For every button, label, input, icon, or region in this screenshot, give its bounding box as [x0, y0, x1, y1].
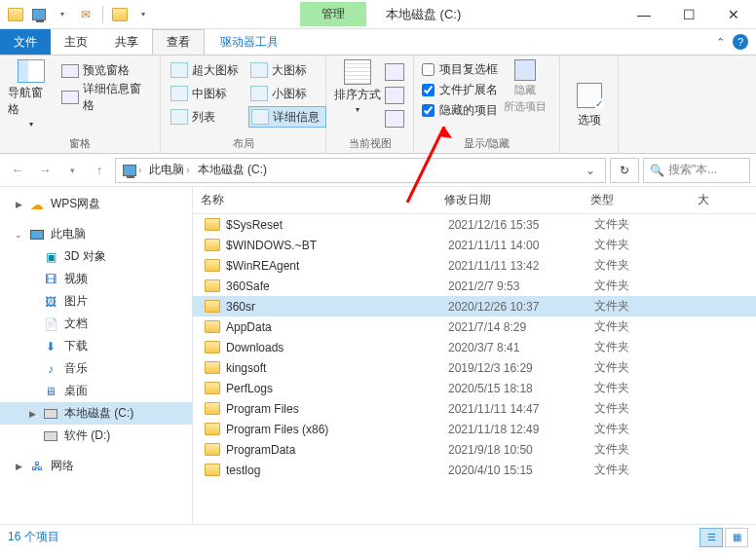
breadcrumb-drive-c[interactable]: 本地磁盘 (C:): [195, 162, 270, 178]
up-button[interactable]: ↑: [88, 159, 111, 182]
details-pane-button[interactable]: 详细信息窗格: [61, 80, 152, 115]
file-row[interactable]: $SysReset2021/12/16 15:35文件夹: [193, 214, 756, 235]
layout-details[interactable]: 详细信息: [248, 106, 326, 128]
minimize-button[interactable]: —: [622, 0, 666, 29]
forward-button[interactable]: →: [33, 159, 57, 182]
pc-icon: [29, 227, 45, 242]
expand-icon[interactable]: ▶: [27, 409, 37, 419]
tree-item-this-pc[interactable]: ⌄此电脑: [0, 223, 192, 245]
navigation-pane-button[interactable]: 导航窗格 ▾: [8, 59, 54, 129]
properties-icon[interactable]: ✉: [76, 5, 95, 24]
tree-item-pictures[interactable]: 🖼图片: [0, 290, 192, 313]
tab-file[interactable]: 文件: [0, 29, 51, 55]
group-by-button[interactable]: [385, 63, 404, 81]
file-row[interactable]: AppData2021/7/14 8:29文件夹: [193, 316, 756, 337]
tree-item-music[interactable]: ♪音乐: [0, 357, 192, 380]
help-icon[interactable]: ?: [733, 34, 748, 50]
checkbox-item-checkboxes[interactable]: 项目复选框: [422, 61, 498, 78]
tree-item-drive-c[interactable]: ▶本地磁盘 (C:): [0, 402, 192, 425]
file-date: 2021/9/18 10:50: [440, 443, 586, 457]
file-row[interactable]: Downloads2020/3/7 8:41文件夹: [193, 337, 756, 357]
file-row[interactable]: ProgramData2021/9/18 10:50文件夹: [193, 439, 756, 460]
file-row[interactable]: Program Files2021/11/11 14:47文件夹: [193, 398, 756, 419]
ribbon-tabs: 文件 主页 共享 查看 驱动器工具 ⌃ ?: [0, 29, 756, 55]
file-list[interactable]: $SysReset2021/12/16 15:35文件夹$WINDOWS.~BT…: [193, 214, 756, 524]
column-header-type[interactable]: 类型: [583, 192, 690, 208]
expand-icon[interactable]: ▶: [14, 200, 23, 209]
xl-icons-icon: [170, 62, 188, 78]
layout-large-icons[interactable]: 大图标: [248, 59, 326, 81]
tab-home[interactable]: 主页: [51, 29, 101, 55]
qat-dropdown-icon[interactable]: ▾: [53, 5, 72, 24]
back-button[interactable]: ←: [6, 159, 29, 182]
tree-item-network[interactable]: ▶🖧网络: [0, 455, 192, 477]
sort-by-button[interactable]: 排序方式 ▾: [334, 59, 381, 114]
hide-selected-button[interactable]: 隐藏 所选项目: [504, 59, 547, 119]
tree-item-drive-d[interactable]: 软件 (D:): [0, 425, 192, 447]
context-tab-manage[interactable]: 管理: [300, 2, 366, 26]
folder-icon: [6, 5, 25, 24]
checkbox-input[interactable]: [422, 84, 435, 96]
tab-view[interactable]: 查看: [152, 29, 205, 55]
refresh-button[interactable]: ↻: [610, 158, 639, 183]
file-type: 文件夹: [586, 237, 694, 253]
close-button[interactable]: ✕: [711, 0, 756, 29]
md-icons-icon: [170, 86, 188, 101]
file-row[interactable]: $WINDOWS.~BT2021/11/11 14:00文件夹: [193, 235, 756, 255]
folder-icon: [205, 341, 220, 353]
size-columns-button[interactable]: [385, 110, 404, 128]
layout-small-icons[interactable]: 小图标: [248, 83, 326, 104]
file-name: AppData: [226, 320, 272, 334]
tree-item-videos[interactable]: 🎞视频: [0, 268, 192, 290]
collapse-ribbon-icon[interactable]: ⌃: [716, 36, 725, 49]
tree-item-3d-objects[interactable]: ▣3D 对象: [0, 245, 192, 268]
column-header-date[interactable]: 修改日期: [436, 192, 583, 208]
column-header-name[interactable]: 名称: [193, 192, 436, 208]
details-view-toggle[interactable]: ☰: [699, 528, 723, 547]
monitor-icon[interactable]: [29, 5, 49, 24]
file-row[interactable]: testlog2020/4/10 15:15文件夹: [193, 460, 756, 480]
recent-locations-icon[interactable]: ▾: [60, 159, 84, 182]
open-folder-icon[interactable]: [110, 5, 130, 24]
checkbox-input[interactable]: [422, 63, 435, 76]
file-name: 360sr: [226, 300, 255, 314]
tab-drive-tools[interactable]: 驱动器工具: [207, 29, 292, 55]
checkbox-file-extensions[interactable]: 文件扩展名: [422, 82, 498, 98]
file-row[interactable]: $WinREAgent2021/11/11 13:42文件夹: [193, 255, 756, 276]
address-dropdown-icon[interactable]: ⌄: [580, 164, 601, 177]
layout-list[interactable]: 列表: [169, 106, 246, 128]
tree-item-wps[interactable]: ▶☁WPS网盘: [0, 193, 192, 215]
maximize-button[interactable]: ☐: [666, 0, 711, 29]
tab-share[interactable]: 共享: [101, 29, 152, 55]
qat-overflow-icon[interactable]: ▾: [133, 5, 153, 24]
layout-medium-icons[interactable]: 中图标: [169, 83, 246, 104]
options-button[interactable]: 选项: [560, 56, 619, 153]
breadcrumb-root-icon[interactable]: ›: [120, 165, 144, 176]
column-header-size[interactable]: 大: [690, 192, 756, 208]
file-row[interactable]: 360sr2020/12/26 10:37文件夹: [193, 296, 756, 316]
preview-pane-button[interactable]: 预览窗格: [61, 61, 152, 80]
breadcrumb-bar[interactable]: › 此电脑› 本地磁盘 (C:) ⌄: [115, 158, 606, 183]
file-date: 2021/11/11 14:47: [440, 402, 586, 416]
checkbox-hidden-items[interactable]: 隐藏的项目: [422, 102, 498, 119]
file-name: Program Files: [226, 402, 299, 416]
file-row[interactable]: 360Safe2021/2/7 9:53文件夹: [193, 276, 756, 296]
tree-item-desktop[interactable]: 🖥桌面: [0, 380, 192, 402]
file-type: 文件夹: [586, 257, 694, 274]
music-icon: ♪: [43, 361, 58, 377]
file-row[interactable]: PerfLogs2020/5/15 18:18文件夹: [193, 378, 756, 398]
checkbox-input[interactable]: [422, 104, 435, 117]
collapse-icon[interactable]: ⌄: [14, 230, 23, 240]
expand-icon[interactable]: ▶: [14, 462, 23, 471]
file-name: testlog: [226, 464, 260, 477]
file-row[interactable]: Program Files (x86)2021/11/18 12:49文件夹: [193, 419, 756, 439]
tree-item-downloads[interactable]: ⬇下载: [0, 335, 192, 357]
icons-view-toggle[interactable]: ▦: [725, 528, 748, 547]
file-row[interactable]: kingsoft2019/12/3 16:29文件夹: [193, 357, 756, 378]
breadcrumb-this-pc[interactable]: 此电脑›: [146, 162, 192, 178]
tree-item-documents[interactable]: 📄文档: [0, 313, 192, 335]
search-input[interactable]: 🔍 搜索"本...: [643, 158, 750, 183]
layout-extra-large-icons[interactable]: 超大图标: [169, 59, 246, 81]
add-columns-button[interactable]: [385, 87, 404, 104]
navigation-tree[interactable]: ▶☁WPS网盘 ⌄此电脑 ▣3D 对象 🎞视频 🖼图片 📄文档 ⬇下载 ♪音乐 …: [0, 187, 193, 524]
